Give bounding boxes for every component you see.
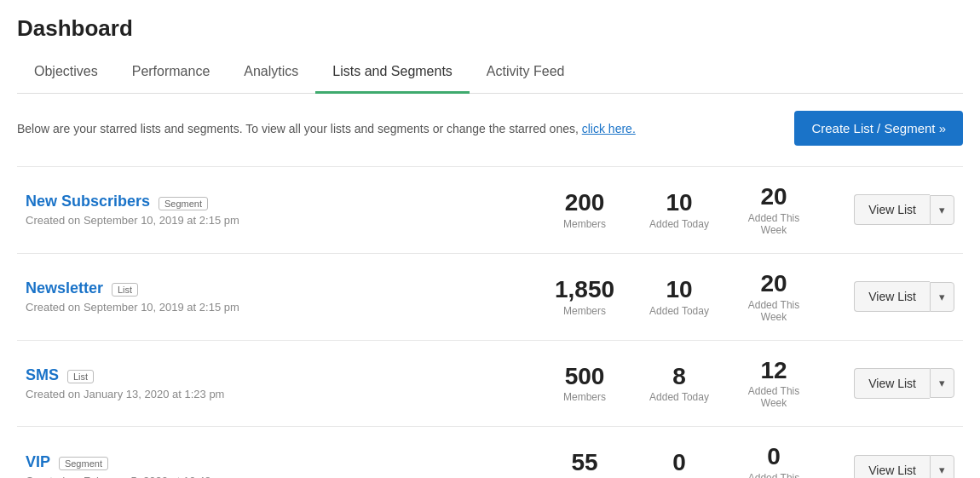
- tab-performance[interactable]: Performance: [115, 52, 228, 94]
- list-name-link[interactable]: Newsletter: [26, 279, 103, 297]
- list-name-cell: VIP Segment Created on February 5, 2020 …: [17, 427, 538, 478]
- list-type-badge: Segment: [159, 197, 208, 210]
- list-name-cell: SMS List Created on January 13, 2020 at …: [17, 340, 538, 427]
- page-wrapper: Dashboard Objectives Performance Analyti…: [0, 0, 980, 478]
- list-name-link[interactable]: SMS: [26, 366, 59, 383]
- added-today-stat: 8 Added Today: [632, 340, 727, 427]
- members-label: Members: [546, 305, 624, 317]
- table-row: SMS List Created on January 13, 2020 at …: [17, 340, 963, 427]
- added-week-stat: 20 Added This Week: [727, 253, 821, 340]
- tab-activity-feed[interactable]: Activity Feed: [470, 52, 582, 94]
- list-name-link[interactable]: VIP: [26, 453, 50, 470]
- added-today-count: 0: [641, 450, 718, 476]
- added-week-stat: 0 Added This Week: [727, 427, 821, 478]
- members-stat: 1,850 Members: [538, 253, 632, 340]
- list-created-date: Created on September 10, 2019 at 2:15 pm: [26, 301, 529, 314]
- view-list-dropdown-button[interactable]: ▾: [930, 455, 954, 478]
- tab-objectives[interactable]: Objectives: [17, 52, 115, 94]
- view-list-button[interactable]: View List: [854, 194, 930, 225]
- action-cell: View List ▾: [821, 340, 964, 427]
- list-name-link[interactable]: New Subscribers: [26, 193, 150, 210]
- members-count: 500: [546, 364, 624, 390]
- view-list-dropdown-button[interactable]: ▾: [930, 282, 954, 312]
- list-name-cell: Newsletter List Created on September 10,…: [17, 253, 538, 340]
- chevron-down-icon: ▾: [939, 204, 945, 216]
- table-row: Newsletter List Created on September 10,…: [17, 253, 963, 340]
- lists-table: New Subscribers Segment Created on Septe…: [17, 166, 963, 478]
- members-stat: 500 Members: [538, 340, 632, 427]
- list-created-date: Created on January 13, 2020 at 1:23 pm: [26, 388, 529, 400]
- added-today-label: Added Today: [641, 305, 718, 317]
- click-here-link[interactable]: click here.: [582, 122, 636, 135]
- added-today-stat: 10 Added Today: [632, 253, 727, 340]
- added-week-count: 20: [735, 271, 813, 297]
- view-list-button[interactable]: View List: [854, 281, 930, 312]
- view-btn-group: View List ▾: [830, 194, 955, 225]
- list-created-date: Created on September 10, 2019 at 2:15 pm: [26, 214, 529, 227]
- added-week-count: 20: [735, 184, 813, 210]
- view-list-button[interactable]: View List: [854, 368, 930, 399]
- tab-lists-segments[interactable]: Lists and Segments: [315, 52, 470, 94]
- added-week-count: 12: [735, 358, 813, 384]
- members-count: 200: [546, 190, 624, 216]
- view-btn-group: View List ▾: [830, 368, 955, 399]
- added-week-count: 0: [735, 444, 813, 470]
- added-week-label: Added This Week: [735, 472, 813, 478]
- view-btn-group: View List ▾: [830, 455, 955, 478]
- added-today-stat: 0 Added Today: [632, 427, 727, 478]
- added-week-label: Added This Week: [735, 212, 813, 236]
- added-today-label: Added Today: [641, 218, 718, 230]
- view-btn-group: View List ▾: [830, 281, 955, 312]
- added-today-count: 10: [641, 277, 718, 303]
- main-content: Below are your starred lists and segment…: [0, 94, 980, 478]
- members-count: 55: [546, 450, 624, 476]
- list-name-cell: New Subscribers Segment Created on Septe…: [17, 167, 538, 254]
- chevron-down-icon: ▾: [939, 291, 945, 303]
- added-today-stat: 10 Added Today: [632, 167, 727, 254]
- tab-nav: Objectives Performance Analytics Lists a…: [17, 52, 963, 94]
- added-week-label: Added This Week: [735, 299, 813, 323]
- members-stat: 55 Members: [538, 427, 632, 478]
- added-today-count: 8: [641, 364, 718, 390]
- list-type-badge: List: [67, 370, 94, 383]
- members-label: Members: [546, 218, 624, 230]
- chevron-down-icon: ▾: [939, 377, 945, 389]
- added-week-stat: 12 Added This Week: [727, 340, 821, 427]
- added-today-count: 10: [641, 190, 718, 216]
- list-type-badge: List: [112, 283, 138, 297]
- chevron-down-icon: ▾: [939, 464, 945, 476]
- action-cell: View List ▾: [821, 427, 964, 478]
- table-row: New Subscribers Segment Created on Septe…: [17, 167, 963, 254]
- info-bar: Below are your starred lists and segment…: [17, 111, 963, 146]
- tab-analytics[interactable]: Analytics: [227, 52, 315, 94]
- table-row: VIP Segment Created on February 5, 2020 …: [17, 427, 963, 478]
- action-cell: View List ▾: [821, 167, 964, 254]
- members-label: Members: [546, 391, 624, 403]
- info-text: Below are your starred lists and segment…: [17, 122, 636, 135]
- list-type-badge: Segment: [59, 457, 108, 470]
- view-list-dropdown-button[interactable]: ▾: [930, 195, 954, 225]
- added-week-stat: 20 Added This Week: [727, 167, 821, 254]
- view-list-button[interactable]: View List: [854, 455, 930, 478]
- added-week-label: Added This Week: [735, 385, 813, 409]
- members-stat: 200 Members: [538, 167, 632, 254]
- list-created-date: Created on February 5, 2020 at 10:48 am: [26, 475, 529, 478]
- members-count: 1,850: [546, 277, 624, 303]
- header: Dashboard Objectives Performance Analyti…: [0, 0, 980, 94]
- action-cell: View List ▾: [821, 253, 964, 340]
- view-list-dropdown-button[interactable]: ▾: [930, 368, 954, 398]
- create-list-segment-button[interactable]: Create List / Segment »: [794, 111, 963, 146]
- page-title: Dashboard: [17, 15, 963, 42]
- added-today-label: Added Today: [641, 391, 718, 403]
